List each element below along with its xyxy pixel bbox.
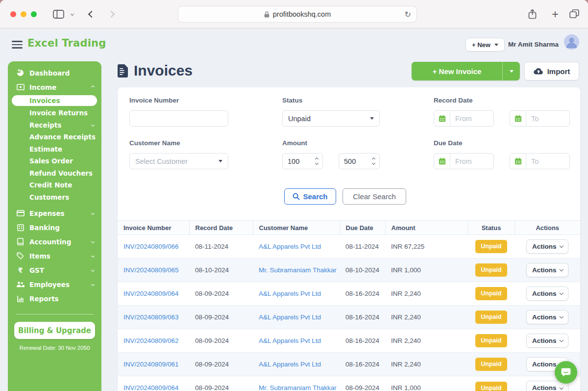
number-stepper-icon[interactable]: [372, 158, 375, 164]
customer-select[interactable]: Select Customer: [129, 153, 228, 169]
customer-link[interactable]: A&L Apparels Pvt Ltd: [259, 243, 321, 250]
sidebar-item-label: Employees: [29, 281, 70, 288]
sidebar-item-receipts[interactable]: Receipts: [8, 119, 101, 131]
sidebar-item-income[interactable]: Income: [8, 80, 101, 94]
due-date-from-field[interactable]: [434, 153, 494, 169]
customer-link[interactable]: A&L Apparels Pvt Ltd: [259, 337, 321, 344]
due-date-cell: 08-16-2024: [340, 329, 385, 353]
sidebar-item-sales-order[interactable]: Sales Order: [8, 155, 101, 167]
tabs-overview-icon[interactable]: [569, 9, 579, 18]
sidebar-item-advance-receipts[interactable]: Advance Receipts: [8, 131, 101, 143]
ledger-book-icon: [16, 238, 24, 245]
sidebar-item-label: Receipts: [29, 121, 62, 129]
invoice-link[interactable]: INV/20240809/064: [123, 290, 179, 297]
sidebar-item-dashboard[interactable]: Dashboard: [8, 66, 101, 80]
customer-link[interactable]: A&L Apparels Pvt Ltd: [259, 313, 321, 321]
actions-button[interactable]: Actions: [526, 239, 568, 254]
amount-max-input[interactable]: [339, 154, 372, 169]
sidebar-item-reports[interactable]: Reports: [8, 291, 101, 306]
menu-icon[interactable]: [12, 41, 23, 49]
header-new-button[interactable]: + New: [466, 38, 505, 52]
forward-icon[interactable]: [109, 12, 114, 17]
record-date-from-input[interactable]: [450, 111, 493, 126]
sidebar-item-refund-vouchers[interactable]: Refund Vouchers: [8, 167, 101, 180]
due-date-from-input[interactable]: [450, 154, 493, 169]
new-tab-icon[interactable]: +: [552, 8, 559, 20]
new-invoice-dropdown[interactable]: [502, 62, 520, 80]
clear-search-button[interactable]: Clear Search: [343, 188, 406, 205]
sidebar-item-invoices[interactable]: Invoices: [12, 95, 97, 106]
customer-link[interactable]: A&L Apparels Pvt Ltd: [259, 290, 321, 297]
sidebar-chevron-icon[interactable]: [71, 13, 74, 15]
avatar[interactable]: [564, 34, 579, 50]
amount-min-field: [282, 153, 323, 169]
fullscreen-window-button[interactable]: [31, 11, 37, 17]
sidebar-toggle-icon[interactable]: [53, 10, 64, 19]
sidebar: Dashboard Income Invoices Invoice Return…: [8, 61, 101, 391]
sidebar-item-customers[interactable]: Customers: [8, 191, 101, 204]
sidebar-item-invoice-returns[interactable]: Invoice Returns: [8, 107, 101, 119]
record-date-to-input[interactable]: [526, 111, 569, 126]
reload-icon[interactable]: ↻: [405, 10, 411, 19]
invoice-link[interactable]: INV/20240809/062: [123, 337, 179, 344]
amount-cell: INR 2,240: [385, 282, 468, 306]
due-date-cell: 08-09-2024: [340, 376, 385, 391]
actions-button[interactable]: Actions: [526, 287, 568, 301]
chat-bubble-icon: [560, 366, 572, 378]
amount-cell: INR 2,240: [385, 353, 468, 376]
sidebar-item-label: Advance Receipts: [29, 133, 96, 141]
record-date-from-field[interactable]: [434, 110, 494, 127]
amount-label: Amount: [282, 139, 307, 147]
record-date-to-field[interactable]: [510, 110, 570, 127]
import-button[interactable]: Import: [524, 62, 579, 80]
sidebar-item-estimate[interactable]: Estimate: [8, 143, 101, 156]
sidebar-item-banking[interactable]: Banking: [8, 220, 101, 235]
actions-button[interactable]: Actions: [526, 334, 568, 348]
due-date-to-field[interactable]: [510, 153, 570, 169]
sidebar-item-gst[interactable]: ₹ GST: [8, 263, 101, 277]
amount-min-input[interactable]: [283, 154, 316, 169]
customer-link[interactable]: A&L Apparels Pvt Ltd: [259, 361, 321, 368]
invoice-link[interactable]: INV/20240809/064: [123, 384, 179, 391]
sidebar-item-accounting[interactable]: Accounting: [8, 235, 101, 249]
calendar-icon: [434, 111, 450, 126]
url-text: profitbookshq.com: [273, 10, 331, 18]
invoice-link[interactable]: INV/20240809/065: [123, 266, 179, 274]
record-date-cell: 08-11-2024: [189, 235, 253, 259]
actions-label: Actions: [532, 243, 557, 250]
share-icon[interactable]: [528, 9, 537, 19]
minimize-window-button[interactable]: [21, 11, 26, 17]
chevron-down-icon: [559, 314, 563, 318]
invoice-link[interactable]: INV/20240809/061: [123, 361, 179, 368]
close-window-button[interactable]: [10, 11, 16, 17]
sidebar-item-employees[interactable]: Employees: [8, 277, 101, 291]
sidebar-item-label: Accounting: [29, 238, 71, 246]
back-icon[interactable]: [89, 12, 94, 17]
sidebar-item-items[interactable]: Items: [8, 249, 101, 263]
actions-button[interactable]: Actions: [526, 310, 568, 324]
customer-link[interactable]: Mr. Subramaniam Thakkar: [259, 384, 337, 391]
address-bar[interactable]: profitbookshq.com ↻: [178, 6, 417, 23]
header-new-label: + New: [472, 41, 490, 49]
invoice-link[interactable]: INV/20240809/063: [123, 313, 179, 321]
number-stepper-icon[interactable]: [316, 158, 318, 164]
record-date-label: Record Date: [434, 97, 473, 104]
amount-cell: INR 2,240: [385, 306, 468, 329]
page-title: Invoices: [134, 62, 193, 79]
due-date-to-input[interactable]: [526, 154, 569, 169]
status-select[interactable]: Unpaid: [282, 110, 380, 127]
chat-launcher-button[interactable]: [555, 361, 577, 384]
sidebar-item-expenses[interactable]: Expenses: [8, 206, 101, 220]
lock-icon: [264, 11, 270, 18]
new-invoice-label: + New Invoice: [412, 67, 502, 76]
invoice-link[interactable]: INV/20240809/066: [123, 243, 179, 250]
col-amount: Amount: [385, 221, 468, 235]
new-invoice-button[interactable]: + New Invoice: [412, 62, 520, 80]
billing-upgrade-button[interactable]: Billing & Upgrade: [14, 322, 95, 339]
actions-button[interactable]: Actions: [526, 263, 568, 277]
table-row: INV/20240809/065 08-10-2024 Mr. Subraman…: [118, 259, 580, 282]
invoice-number-input[interactable]: [130, 111, 228, 126]
sidebar-item-credit-note[interactable]: Credit Note: [8, 179, 101, 191]
customer-link[interactable]: Mr. Subramaniam Thakkar: [259, 266, 337, 274]
search-button[interactable]: Search: [284, 188, 336, 205]
